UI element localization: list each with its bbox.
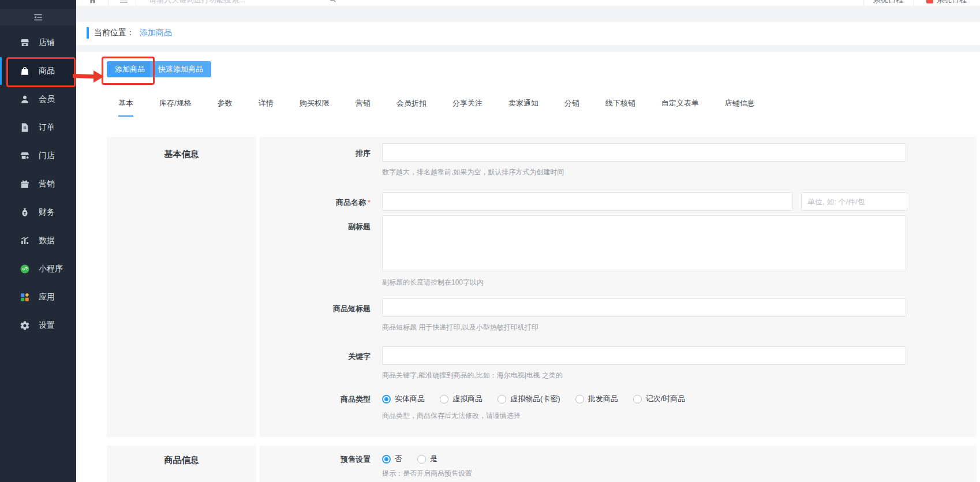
radio-option-count-time[interactable]: 记次/时商品 <box>633 394 686 404</box>
gift-icon <box>20 179 30 189</box>
collapse-sidebar-button[interactable] <box>0 9 76 25</box>
sidebar-item-order[interactable]: 订单 <box>0 114 76 141</box>
section-info-left: 商品信息 <box>107 446 256 482</box>
radio-option-presale-no[interactable]: 否 <box>382 454 402 464</box>
order-icon <box>20 122 30 133</box>
sidebar-item-shop[interactable]: 店铺 <box>0 29 76 57</box>
radio-selected-icon <box>382 455 391 464</box>
breadcrumb: 当前位置： 添加商品 <box>87 27 172 39</box>
store-icon <box>20 38 30 48</box>
tab-params[interactable]: 参数 <box>218 98 233 117</box>
admin-add-product-page: 请输入关键词进行功能搜索... 系统日程 系统日程 当前位置： 添加商品 添加商… <box>0 0 980 482</box>
topbar: 请输入关键词进行功能搜索... 系统日程 系统日程 <box>76 0 980 6</box>
subtitle-textarea[interactable] <box>382 215 906 271</box>
tab-distribution[interactable]: 分销 <box>564 98 579 117</box>
sidebar-item-apps[interactable]: 应用 <box>0 283 76 311</box>
keywords-input[interactable] <box>382 346 906 365</box>
money-bag-icon <box>20 207 30 218</box>
tab-basic[interactable]: 基本 <box>118 98 133 117</box>
topbar-link-2[interactable]: 系统日程 <box>937 0 967 5</box>
radio-option-virtual[interactable]: 虚拟商品 <box>440 394 482 404</box>
tab-custom-form[interactable]: 自定义表单 <box>661 98 699 117</box>
sidebar: 店铺 商品 会员 订单 门店 营销 财务 数据 <box>0 0 76 482</box>
short-title-label: 商品短标题 <box>260 304 371 314</box>
sidebar-item-store-branch[interactable]: 门店 <box>0 142 76 170</box>
tab-seller-notice[interactable]: 卖家通知 <box>508 98 538 117</box>
topbar-divider <box>914 0 914 6</box>
section-info-form: 预售设置 否 是 提示：是否开启商品预售设置 <box>260 446 977 482</box>
chart-icon <box>20 236 30 246</box>
section-basic-title: 基本信息 <box>107 137 256 160</box>
tab-share-follow[interactable]: 分享关注 <box>452 98 482 117</box>
section-info-title: 商品信息 <box>107 446 256 466</box>
sidebar-item-marketing[interactable]: 营销 <box>0 170 76 198</box>
required-mark: * <box>368 198 371 207</box>
radio-icon <box>440 395 448 403</box>
search-input[interactable]: 请输入关键词进行功能搜索... <box>149 0 245 5</box>
sidebar-item-settings[interactable]: 设置 <box>0 312 76 339</box>
presale-radio-group: 否 是 <box>382 454 452 464</box>
storefront-icon <box>20 151 30 161</box>
breadcrumb-label: 当前位置： <box>94 28 134 38</box>
section-basic-form: 排序 数字越大，排名越靠前,如果为空，默认排序方式为创建时间 商品名称* 副标题… <box>260 137 977 437</box>
sidebar-item-goods[interactable]: 商品 <box>0 57 76 85</box>
subtitle-helper: 副标题的长度请控制在100字以内 <box>382 278 484 287</box>
keywords-helper: 商品关键字,能准确搜到商品的,比如：海尔电视|电视 之类的 <box>382 371 563 380</box>
goods-type-helper: 商品类型，商品保存后无法修改，请谨慎选择 <box>382 411 521 421</box>
breadcrumb-accent <box>87 27 89 39</box>
notification-icon[interactable] <box>926 0 933 3</box>
add-product-button[interactable]: 添加商品 <box>107 61 153 77</box>
presale-label: 预售设置 <box>260 454 371 465</box>
sidebar-item-member[interactable]: 会员 <box>0 85 76 113</box>
sidebar-item-miniprogram[interactable]: 小程序 <box>0 255 76 283</box>
unit-input[interactable] <box>801 192 907 211</box>
miniprogram-icon <box>20 264 30 274</box>
radio-icon <box>575 395 584 403</box>
topbar-link-1[interactable]: 系统日程 <box>873 0 903 5</box>
radio-icon <box>498 395 506 403</box>
section-basic-left: 基本信息 <box>107 137 256 437</box>
radio-option-physical[interactable]: 实体商品 <box>382 394 425 404</box>
radio-icon <box>417 455 426 464</box>
product-name-input[interactable] <box>382 192 793 211</box>
menu-icon[interactable] <box>119 0 129 5</box>
topbar-divider <box>109 0 109 6</box>
sort-helper: 数字越大，排名越靠前,如果为空，默认排序方式为创建时间 <box>382 167 564 177</box>
tab-detail[interactable]: 详情 <box>259 98 274 117</box>
radio-option-presale-yes[interactable]: 是 <box>417 454 437 464</box>
gear-icon <box>20 320 30 331</box>
keywords-label: 关键字 <box>260 352 371 362</box>
collapse-sidebar-icon <box>33 12 43 23</box>
tab-member-discount[interactable]: 会员折扣 <box>397 98 427 117</box>
product-form-tabs: 基本 库存/规格 参数 详情 购买权限 营销 会员折扣 分享关注 卖家通知 分销… <box>118 98 755 117</box>
tab-stock-spec[interactable]: 库存/规格 <box>159 98 192 117</box>
subtitle-label: 副标题 <box>260 222 371 232</box>
short-title-helper: 商品短标题 用于快递打印,以及小型热敏打印机打印 <box>382 323 538 332</box>
topbar-divider <box>136 0 136 6</box>
tab-shop-info[interactable]: 店铺信息 <box>725 98 755 117</box>
presale-helper: 提示：是否开启商品预售设置 <box>382 469 472 479</box>
radio-selected-icon <box>382 395 391 403</box>
goods-type-radio-group: 实体商品 虚拟商品 虚拟物品(卡密) 批发商品 记次/时商品 <box>382 394 700 404</box>
tab-marketing[interactable]: 营销 <box>356 98 371 117</box>
search-icon[interactable] <box>328 0 337 3</box>
goods-bag-icon <box>20 66 30 76</box>
goods-type-label: 商品类型 <box>260 394 371 405</box>
sidebar-item-data[interactable]: 数据 <box>0 227 76 255</box>
sidebar-item-finance[interactable]: 财务 <box>0 199 76 226</box>
sort-input[interactable] <box>382 143 906 162</box>
tab-purchase-permission[interactable]: 购买权限 <box>300 98 330 117</box>
breadcrumb-current-link[interactable]: 添加商品 <box>140 28 172 38</box>
member-icon <box>20 94 30 104</box>
content-card: 添加商品 快速添加商品 基本 库存/规格 参数 详情 购买权限 营销 会员折扣 … <box>76 52 980 482</box>
tab-offline-verify[interactable]: 线下核销 <box>605 98 635 117</box>
short-title-input[interactable] <box>382 298 906 317</box>
topbar-divider <box>863 0 864 6</box>
quick-add-product-button[interactable]: 快速添加商品 <box>150 61 211 77</box>
radio-icon <box>633 395 642 403</box>
sort-label: 排序 <box>260 148 371 159</box>
home-icon[interactable] <box>88 0 98 5</box>
radio-option-virtual-card[interactable]: 虚拟物品(卡密) <box>498 394 560 404</box>
radio-option-wholesale[interactable]: 批发商品 <box>575 394 618 404</box>
breadcrumb-bar: 当前位置： 添加商品 <box>76 22 980 45</box>
